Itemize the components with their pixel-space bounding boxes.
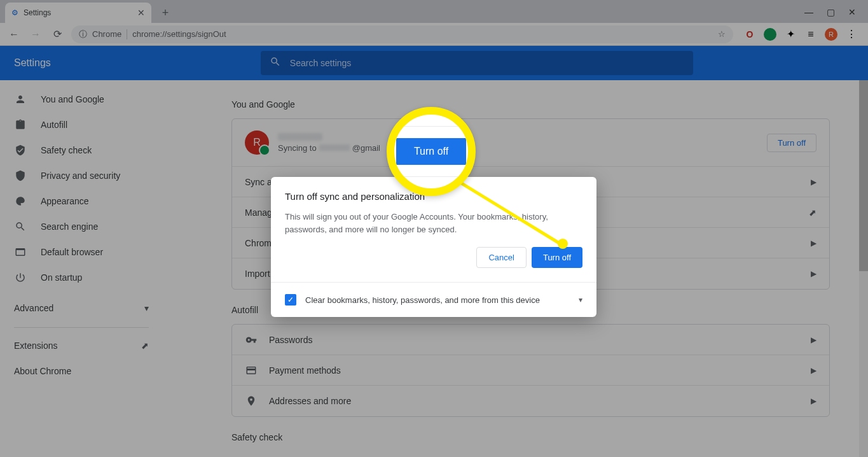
dialog-footer: ✓ Clear bookmarks, history, passwords, a…	[271, 282, 596, 317]
cancel-button[interactable]: Cancel	[476, 247, 526, 268]
turn-off-sync-dialog: Turn off sync and personalization This w…	[271, 177, 596, 317]
highlighted-turn-off-button: Turn off	[396, 138, 466, 165]
clear-data-checkbox[interactable]: ✓	[285, 294, 296, 306]
annotation-highlight-ring: Turn off	[387, 107, 476, 196]
dialog-body-text: This will sign you out of your Google Ac…	[285, 211, 582, 236]
annotation-dot	[558, 239, 568, 249]
turn-off-confirm-button[interactable]: Turn off	[532, 247, 582, 268]
chevron-down-icon[interactable]: ▾	[579, 295, 582, 304]
checkbox-label: Clear bookmarks, history, passwords, and…	[305, 295, 570, 305]
